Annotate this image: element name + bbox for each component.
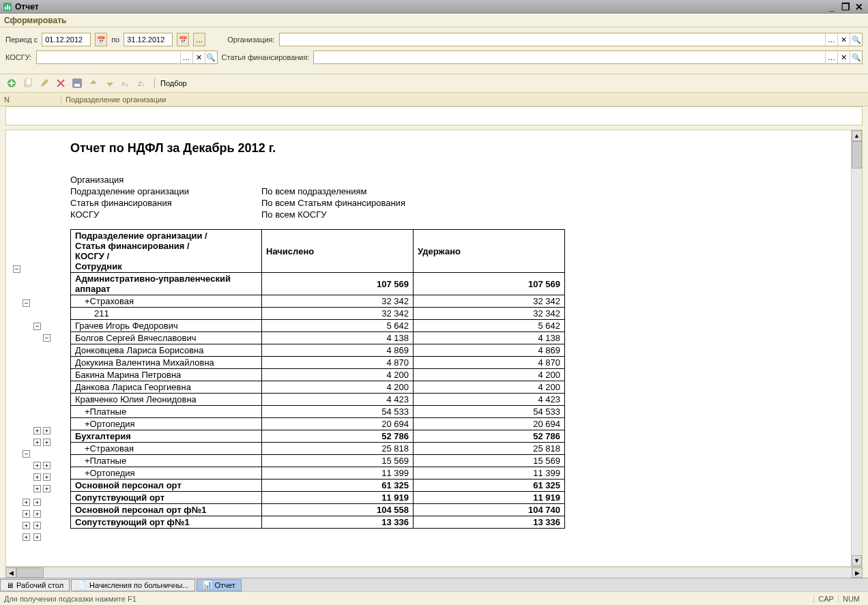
scroll-up-icon[interactable]: ▲ xyxy=(852,130,862,141)
row-label: Болгов Сергей Вячеславович xyxy=(71,332,262,344)
table-row: Бухгалтерия52 78652 786 xyxy=(71,430,565,443)
expand-icon[interactable]: + xyxy=(23,533,30,541)
row-accrued: 32 342 xyxy=(262,295,414,308)
info-dept-label: Подразделение организации xyxy=(70,186,261,196)
row-label: Бакина Марина Петровна xyxy=(71,369,262,381)
expand-icon[interactable]: + xyxy=(43,485,50,492)
row-accrued: 5 642 xyxy=(262,320,414,332)
funding-search-icon[interactable]: 🔍 xyxy=(850,51,862,63)
svg-text:A↓: A↓ xyxy=(121,80,129,87)
row-accrued: 15 569 xyxy=(262,455,414,467)
maximize-button[interactable]: ❐ xyxy=(839,1,852,12)
expand-icon[interactable]: + xyxy=(33,499,41,506)
org-search-icon[interactable]: 🔍 xyxy=(850,33,862,46)
save-icon[interactable] xyxy=(71,77,83,89)
table-row: Сопутствующий орт11 91911 919 xyxy=(71,492,565,504)
edit-icon[interactable] xyxy=(38,77,50,89)
svg-rect-3 xyxy=(9,6,10,10)
row-accrued: 25 818 xyxy=(262,443,414,455)
minimize-button[interactable]: _ xyxy=(826,1,838,12)
expand-icon[interactable]: + xyxy=(33,510,41,518)
generate-button[interactable]: Сформировать xyxy=(4,16,66,25)
row-withheld: 4 423 xyxy=(414,394,565,406)
row-withheld: 104 740 xyxy=(414,504,565,516)
scroll-left-icon[interactable]: ◀ xyxy=(5,567,16,578)
row-accrued: 32 342 xyxy=(262,308,414,320)
vertical-scrollbar[interactable]: ▲ ▼ xyxy=(851,130,862,566)
kosgu-select-button[interactable]: … xyxy=(180,51,192,63)
scroll-right-icon[interactable]: ▶ xyxy=(852,567,863,578)
kosgu-search-icon[interactable]: 🔍 xyxy=(205,51,217,63)
row-accrued: 4 200 xyxy=(262,381,414,394)
row-accrued: 52 786 xyxy=(262,430,414,443)
list-body[interactable] xyxy=(5,106,863,126)
document-icon: 📄 xyxy=(77,580,87,589)
org-clear-button[interactable]: ✕ xyxy=(837,33,850,46)
period-to-label: по xyxy=(111,35,119,44)
copy-icon[interactable] xyxy=(22,77,34,89)
horizontal-scrollbar[interactable]: ◀ ▶ xyxy=(5,567,863,578)
expand-icon[interactable]: + xyxy=(23,522,30,529)
collapse-icon[interactable]: − xyxy=(33,323,41,330)
col-withheld: Удержано xyxy=(414,230,565,273)
expand-icon[interactable]: + xyxy=(43,439,50,446)
filter-panel: Период с 📅 по 📅 … Организация: … ✕ 🔍 КОС… xyxy=(0,27,868,74)
scroll-thumb-v[interactable] xyxy=(852,141,862,168)
kosgu-input[interactable]: … ✕ 🔍 xyxy=(36,50,218,64)
collapse-icon[interactable]: − xyxy=(23,299,30,307)
expand-icon[interactable]: + xyxy=(33,462,41,469)
expand-icon[interactable]: + xyxy=(33,427,41,434)
tab-sick-accruals[interactable]: 📄 Начисления по больничны... xyxy=(71,579,195,591)
row-label: +Ортопедия xyxy=(71,418,262,430)
report-table: Подразделение организации /Статья финанс… xyxy=(70,229,565,529)
expand-icon[interactable]: + xyxy=(43,473,50,481)
collapse-icon[interactable]: − xyxy=(43,334,50,342)
period-more-button[interactable]: … xyxy=(193,33,205,46)
move-down-icon[interactable] xyxy=(104,77,116,89)
info-org-value xyxy=(261,175,851,185)
tab-report[interactable]: 📊 Отчет xyxy=(197,579,242,591)
scroll-down-icon[interactable]: ▼ xyxy=(852,555,862,566)
expand-icon[interactable]: + xyxy=(33,485,41,492)
funding-select-button[interactable]: … xyxy=(825,51,837,63)
row-label: Докукина Валентина Михайловна xyxy=(71,357,262,369)
menu-bar: Сформировать xyxy=(0,14,868,27)
expand-icon[interactable]: + xyxy=(33,533,41,541)
selection-button[interactable]: Подбор xyxy=(160,79,187,87)
move-up-icon[interactable] xyxy=(87,77,100,89)
row-accrued: 20 694 xyxy=(262,418,414,430)
period-from-input[interactable] xyxy=(42,33,91,46)
sort-desc-icon[interactable]: Z↓ xyxy=(136,77,149,89)
org-input[interactable]: … ✕ 🔍 xyxy=(279,33,863,46)
close-button[interactable]: ✕ xyxy=(853,1,865,12)
expand-icon[interactable]: + xyxy=(23,499,30,506)
add-icon[interactable] xyxy=(5,77,18,89)
scroll-thumb-h[interactable] xyxy=(16,567,44,578)
expand-icon[interactable]: + xyxy=(33,439,41,446)
list-col-dept[interactable]: Подразделение организации xyxy=(61,95,170,104)
row-accrued: 11 399 xyxy=(262,467,414,479)
funding-label: Статья финансирования: xyxy=(222,53,310,61)
status-num: NUM xyxy=(838,595,864,603)
collapse-icon[interactable]: − xyxy=(23,450,30,458)
row-withheld: 32 342 xyxy=(414,295,565,308)
funding-clear-button[interactable]: ✕ xyxy=(837,51,850,63)
table-row: +Страховая25 81825 818 xyxy=(71,443,565,455)
list-col-n[interactable]: N xyxy=(0,95,61,104)
period-to-input[interactable] xyxy=(124,33,173,46)
expand-icon[interactable]: + xyxy=(33,522,41,529)
kosgu-clear-button[interactable]: ✕ xyxy=(192,51,205,63)
expand-icon[interactable]: + xyxy=(43,462,50,469)
row-withheld: 4 200 xyxy=(414,381,565,394)
expand-icon[interactable]: + xyxy=(23,510,30,518)
tab-desktop[interactable]: 🖥 Рабочий стол xyxy=(0,579,70,591)
expand-icon[interactable]: + xyxy=(33,473,41,481)
expand-icon[interactable]: + xyxy=(43,427,50,434)
funding-input[interactable]: … ✕ 🔍 xyxy=(313,50,863,64)
sort-asc-icon[interactable]: A↓ xyxy=(120,77,132,89)
calendar-from-icon[interactable]: 📅 xyxy=(95,33,107,46)
calendar-to-icon[interactable]: 📅 xyxy=(177,33,189,46)
delete-icon[interactable] xyxy=(55,77,67,89)
collapse-icon[interactable]: − xyxy=(13,265,20,273)
org-select-button[interactable]: … xyxy=(825,33,837,46)
